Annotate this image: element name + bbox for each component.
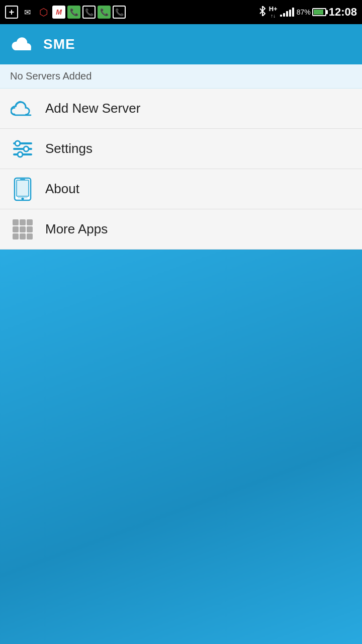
svg-rect-19 xyxy=(20,233,26,239)
svg-point-3 xyxy=(15,141,20,146)
svg-rect-12 xyxy=(13,219,19,225)
bluetooth-icon xyxy=(258,6,266,18)
about-icon xyxy=(10,177,35,202)
add-server-label: Add New Server xyxy=(45,101,140,116)
svg-point-5 xyxy=(18,152,23,157)
status-bar: + ✉ ⬡ M 📞 📞 📞 📞 H+↑↓ xyxy=(0,0,362,24)
status-time: 12:08 xyxy=(329,6,357,19)
settings-label: Settings xyxy=(45,141,93,156)
gmail-icon: M xyxy=(52,6,65,19)
more-apps-label: More Apps xyxy=(45,221,108,237)
status-bar-left-icons: + ✉ ⬡ M 📞 📞 📞 📞 xyxy=(5,5,126,19)
no-servers-banner: No Servers Added xyxy=(0,64,362,89)
signal-bars-icon xyxy=(280,8,294,17)
more-apps-item[interactable]: More Apps xyxy=(0,209,362,250)
status-bar-right-icons: H+↑↓ 87% 12:08 xyxy=(258,6,357,19)
app-title: SME xyxy=(43,36,75,52)
battery-indicator: 87% xyxy=(297,8,326,16)
settings-icon xyxy=(10,136,35,162)
about-label: About xyxy=(45,181,79,197)
svg-rect-10 xyxy=(20,179,25,180)
svg-rect-15 xyxy=(13,226,19,232)
plus-box-icon: + xyxy=(5,6,18,19)
app-bar: SME xyxy=(0,24,362,64)
call1-icon: 📞 xyxy=(67,6,80,19)
svg-rect-11 xyxy=(18,197,28,198)
about-item[interactable]: About xyxy=(0,169,362,209)
svg-rect-18 xyxy=(13,233,19,239)
email-icon: ✉ xyxy=(20,5,34,19)
battery-percent: 87% xyxy=(297,8,311,16)
settings-item[interactable]: Settings xyxy=(0,129,362,169)
call4-icon: 📞 xyxy=(113,6,126,19)
add-server-icon xyxy=(10,96,35,121)
shield-icon: ⬡ xyxy=(36,5,50,19)
svg-rect-16 xyxy=(20,226,26,232)
more-apps-icon xyxy=(10,217,35,242)
call3-icon: 📞 xyxy=(98,6,111,19)
svg-rect-14 xyxy=(27,219,33,225)
call2-icon: 📞 xyxy=(82,6,96,19)
main-background xyxy=(0,250,362,644)
menu-container: No Servers Added Add New Server Se xyxy=(0,64,362,250)
add-new-server-item[interactable]: Add New Server xyxy=(0,89,362,129)
svg-point-4 xyxy=(24,146,29,151)
svg-rect-13 xyxy=(20,219,26,225)
no-servers-text: No Servers Added xyxy=(10,70,92,82)
svg-rect-7 xyxy=(17,180,29,196)
app-logo-cloud xyxy=(10,35,36,54)
network-type-icon: H+↑↓ xyxy=(269,6,278,19)
svg-rect-17 xyxy=(27,226,33,232)
svg-rect-20 xyxy=(27,233,33,239)
battery-icon xyxy=(312,8,326,16)
